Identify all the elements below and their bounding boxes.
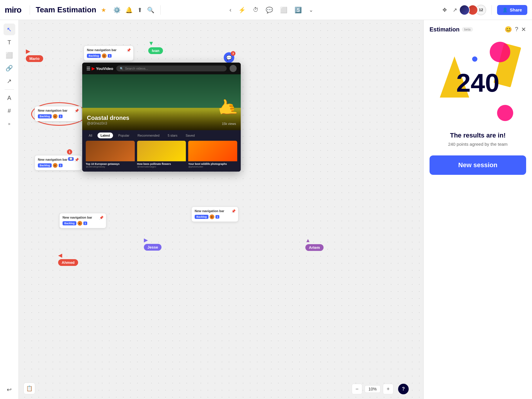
pin-icon-4[interactable]: 📌 xyxy=(99,216,104,220)
card-1-num: 1 xyxy=(108,54,112,58)
user-artem: ▲ Artem xyxy=(305,237,324,251)
card-2-tags: Backlog E 1 xyxy=(38,114,78,119)
shape-tool[interactable]: ⬜ xyxy=(4,49,15,61)
thumb-1-author: @ultimategetaway xyxy=(86,165,135,168)
board-icon-button[interactable]: 📋 xyxy=(23,383,35,394)
panel-body: 240 The results are in! 240 points agree… xyxy=(424,33,532,399)
more-icon[interactable]: ⌄ xyxy=(307,5,315,15)
chat-bubble[interactable]: 💬 3 xyxy=(224,52,234,63)
frame-icon[interactable]: ⬜ xyxy=(278,5,289,15)
video-header: ☰ ▶ YouVideo 🔍 Search videos... xyxy=(82,63,241,74)
video-hero: Coastal drones @dr0nez0n3 15k views xyxy=(82,74,241,130)
header-divider-3 xyxy=(491,5,492,15)
sticky-card-5[interactable]: 📌 New navigation bar Backlog E 1 xyxy=(191,207,238,222)
more-tools[interactable]: » xyxy=(4,118,15,130)
tab-popular[interactable]: Popular xyxy=(115,133,132,138)
pin-icon-2[interactable]: 📌 xyxy=(75,109,79,113)
thumb-1[interactable]: Top 10 European getaways @ultimategetawa… xyxy=(86,141,135,168)
arrow-tool[interactable]: ↗ xyxy=(4,75,15,87)
panel-header-icons: 😊 ? ✕ xyxy=(505,26,526,33)
user-ahmed: ◀ Ahmed xyxy=(58,252,78,266)
close-icon[interactable]: ✕ xyxy=(521,26,526,33)
zoom-level: 10% xyxy=(365,385,381,393)
panel-title: Estimation xyxy=(430,26,459,33)
video-brand: YouVideo xyxy=(96,66,113,71)
card-4-tag: Backlog xyxy=(63,221,76,225)
collaborator-avatars: 12 xyxy=(462,5,486,15)
tab-recommended[interactable]: Recommended xyxy=(135,133,163,138)
notification-badge-3: 1 xyxy=(67,149,72,155)
star-icon[interactable]: ★ xyxy=(101,6,106,14)
zoom-controls: − 10% + ? xyxy=(352,384,409,394)
select-tool[interactable]: ↖ xyxy=(4,24,15,35)
hamburger-icon[interactable]: ☰ xyxy=(86,66,90,71)
cursor-icon[interactable]: ↗ xyxy=(451,5,459,15)
sticky-card-3[interactable]: 📌 💬 New navigation bar Backlog E 1 xyxy=(35,155,82,170)
number-icon[interactable]: 5️⃣ xyxy=(293,5,304,15)
header-right: ✥ ↗ 12 👤 Share xyxy=(441,5,527,15)
lightning-icon[interactable]: ⚡ xyxy=(237,5,248,15)
card-1-avatar: E xyxy=(102,53,107,58)
comment-icon[interactable]: 💬 xyxy=(264,5,275,15)
board-title[interactable]: Team Estimation xyxy=(36,5,96,14)
msg-badge-3: 💬 xyxy=(68,157,74,161)
pointer-tool-icon[interactable]: ✥ xyxy=(441,5,448,15)
tab-all[interactable]: All xyxy=(86,133,95,138)
search-placeholder: Search videos... xyxy=(125,67,148,70)
video-search-bar[interactable]: 🔍 Search videos... xyxy=(116,66,227,71)
pink-circle-bottom xyxy=(497,105,513,121)
tab-latest[interactable]: Latest xyxy=(97,133,113,138)
bell-icon[interactable]: 🔔 xyxy=(125,6,133,14)
tab-5stars[interactable]: 5 stars xyxy=(165,133,180,138)
result-visual: 240 xyxy=(437,39,519,127)
pin-icon-3[interactable]: 📌 xyxy=(75,158,79,162)
emoji-icon[interactable]: 😊 xyxy=(505,26,512,33)
header: miro Team Estimation ★ ⚙️ 🔔 ⬆ 🔍 ‹ ⚡ ⏱ 💬 … xyxy=(0,0,532,20)
card-2-avatar: E xyxy=(53,114,58,119)
upload-icon[interactable]: ⬆ xyxy=(137,6,142,14)
pin-icon-1[interactable]: 📌 xyxy=(127,48,131,52)
text-tool-2[interactable]: A xyxy=(4,92,15,104)
pink-circle-top xyxy=(490,42,510,62)
header-icon-group: ⚙️ 🔔 ⬆ 🔍 xyxy=(113,6,154,14)
card-5-tags: Backlog E 1 xyxy=(195,214,235,219)
share-button[interactable]: 👤 Share xyxy=(497,5,527,15)
share-icon: 👤 xyxy=(502,7,508,13)
card-2-num: 1 xyxy=(59,115,63,118)
help-button[interactable]: ? xyxy=(398,384,409,394)
sticky-card-4[interactable]: 📌 New navigation bar Backlog E 1 xyxy=(59,213,106,228)
zoom-out-button[interactable]: − xyxy=(352,384,362,394)
undo-button[interactable]: ↩ xyxy=(4,384,15,395)
thumb-2[interactable]: How bees pollinate flowers @internationa… xyxy=(137,141,186,168)
ahmed-cursor-arrow: ◀ xyxy=(58,252,62,259)
thumb-3[interactable]: Your best wildlife photographs @photohun… xyxy=(188,141,237,168)
card-5-avatar: E xyxy=(210,214,214,219)
artem-cursor-arrow: ▲ xyxy=(305,237,311,244)
pin-icon-5[interactable]: 📌 xyxy=(231,209,236,213)
search-icon[interactable]: 🔍 xyxy=(147,6,154,14)
thumb-1-title: Top 10 European getaways xyxy=(86,162,135,165)
card-5-title: New navigation bar xyxy=(195,209,235,213)
thumb-2-author: @internationalgeo xyxy=(137,165,186,168)
timer-icon[interactable]: ⏱ xyxy=(251,5,260,15)
user-ivan: ▼ Ivan xyxy=(148,40,163,54)
card-3-avatar: E xyxy=(53,163,58,168)
tab-saved[interactable]: Saved xyxy=(183,133,198,138)
text-tool[interactable]: T xyxy=(4,36,15,48)
canvas[interactable]: ↖ T ⬜ 🔗 ↗ A # » ↩ ▶ Mario ▼ Ivan 💬 3 📌 N… xyxy=(0,20,532,399)
card-3-tag: Backlog xyxy=(38,163,52,167)
chat-badge: 3 xyxy=(231,51,235,56)
chevron-left-icon[interactable]: ‹ xyxy=(228,5,233,15)
frame-tool[interactable]: # xyxy=(4,105,15,117)
card-4-title: New navigation bar xyxy=(63,216,103,219)
new-session-button[interactable]: New session xyxy=(430,155,526,175)
sticky-card-2[interactable]: 📌 New navigation bar Backlog E 1 xyxy=(35,106,82,121)
sticky-card-1[interactable]: 📌 New navigation bar Backlog E 1 xyxy=(84,46,134,61)
toolbar-separator xyxy=(5,89,14,90)
help-icon[interactable]: ? xyxy=(515,26,518,33)
card-1-tag: Backlog xyxy=(87,54,101,58)
card-4-tags: Backlog E 1 xyxy=(63,221,103,226)
zoom-in-button[interactable]: + xyxy=(383,384,393,394)
link-tool[interactable]: 🔗 xyxy=(4,62,15,74)
settings-icon[interactable]: ⚙️ xyxy=(113,6,121,14)
